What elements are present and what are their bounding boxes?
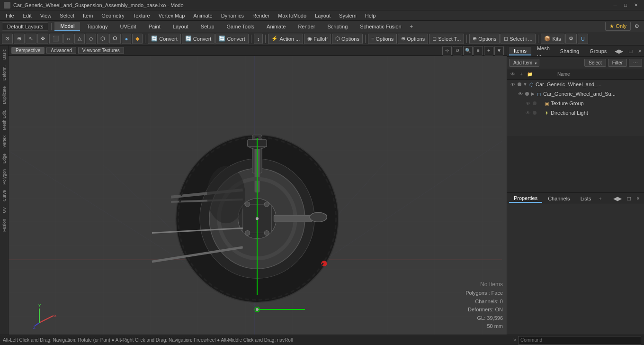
- panel-tab-shading[interactable]: Shading: [555, 47, 584, 55]
- menu-texture[interactable]: Texture: [129, 12, 154, 19]
- panel-collapse-button[interactable]: ◀▶: [612, 47, 626, 55]
- sidebar-tab-curve[interactable]: Curve: [1, 187, 8, 204]
- kits-button[interactable]: 📦 Kits: [541, 34, 564, 44]
- sidebar-tab-basic[interactable]: Basic: [1, 46, 8, 63]
- tab-paint[interactable]: Paint: [143, 22, 166, 31]
- props-add-tab-button[interactable]: +: [599, 196, 601, 201]
- panel-close-button[interactable]: ×: [636, 47, 644, 55]
- menu-item[interactable]: Item: [79, 12, 97, 19]
- u-icon-btn[interactable]: U: [578, 34, 588, 44]
- props-expand-button[interactable]: ◀▶: [611, 195, 624, 202]
- items-folder-icon[interactable]: 📁: [526, 71, 534, 78]
- items-add-icon[interactable]: +: [518, 71, 525, 78]
- tree-expand-root[interactable]: ▼: [522, 82, 528, 87]
- tab-animate[interactable]: Animate: [261, 22, 291, 31]
- tree-eye-texture[interactable]: 👁: [524, 100, 532, 107]
- tree-item-root[interactable]: 👁 ▼ ⬡ Car_Generic_Wheel_and_...: [507, 80, 644, 89]
- convert-button-2[interactable]: 🔄 Convert: [182, 34, 215, 44]
- tool-transform[interactable]: ↖: [26, 34, 36, 44]
- menu-file[interactable]: File: [2, 12, 18, 19]
- menu-dynamics[interactable]: Dynamics: [217, 12, 248, 19]
- select-t-button[interactable]: ◻ Select T...: [429, 34, 464, 44]
- tree-item-light[interactable]: 👁 ☀ Directional Light: [522, 108, 644, 118]
- minimize-button[interactable]: ─: [611, 1, 619, 9]
- tab-render[interactable]: Render: [292, 22, 321, 31]
- viewport-options-button[interactable]: ≡: [474, 46, 483, 55]
- menu-edit[interactable]: Edit: [19, 12, 36, 19]
- tool-loop[interactable]: ☊: [109, 34, 121, 44]
- settings-icon-btn[interactable]: ⚙: [565, 34, 577, 44]
- add-item-button[interactable]: Add Item: [509, 59, 539, 67]
- menu-render[interactable]: Render: [249, 12, 273, 19]
- sidebar-tab-mesh-edit[interactable]: Mesh Edit.: [1, 107, 8, 133]
- menu-help[interactable]: Help: [361, 12, 380, 19]
- props-close-button[interactable]: ×: [634, 195, 642, 202]
- filter-button[interactable]: Filter: [608, 59, 627, 67]
- items-eye-icon[interactable]: 👁: [509, 71, 517, 78]
- viewport-tab-textures[interactable]: Viewport Textures: [78, 47, 124, 54]
- tab-scripting[interactable]: Scripting: [322, 22, 354, 31]
- panel-tab-groups[interactable]: Groups: [585, 47, 611, 55]
- maximize-button[interactable]: □: [621, 1, 630, 9]
- tool-box[interactable]: ⬛: [49, 34, 63, 44]
- options-button-3[interactable]: ⊕ Options: [398, 34, 428, 44]
- tree-item-texture[interactable]: 👁 ▣ Texture Group: [522, 99, 644, 108]
- symmetry-button[interactable]: ↕: [254, 34, 263, 44]
- menu-select[interactable]: Select: [56, 12, 78, 19]
- command-input[interactable]: [518, 336, 641, 345]
- menu-layout[interactable]: Layout: [311, 12, 334, 19]
- sidebar-tab-polygon[interactable]: Polygon: [1, 166, 8, 188]
- viewport-fit-button[interactable]: ⊹: [442, 46, 452, 55]
- menu-geometry[interactable]: Geometry: [98, 12, 128, 19]
- menu-animate[interactable]: Animate: [189, 12, 216, 19]
- tree-eye-mesh[interactable]: 👁: [517, 90, 524, 98]
- select-button[interactable]: Select: [584, 59, 606, 67]
- tool-select-items[interactable]: ⊙: [2, 34, 13, 44]
- tool-diamond-fill[interactable]: ◆: [132, 34, 143, 44]
- tree-eye-root[interactable]: 👁: [509, 81, 517, 88]
- tree-item-mesh[interactable]: 👁 ▶ ◻ Car_Generic_Wheel_and_Su...: [515, 89, 644, 99]
- tree-eye-light[interactable]: 👁: [524, 109, 532, 117]
- action-button[interactable]: ⚡ Action ...: [268, 34, 303, 44]
- viewport-tab-advanced[interactable]: Advanced: [46, 47, 76, 54]
- viewport-add-button[interactable]: +: [484, 46, 493, 55]
- falloff-button[interactable]: ◉ Falloff: [304, 34, 331, 44]
- tool-circle-fill[interactable]: ●: [122, 34, 132, 44]
- convert-button-1[interactable]: 🔄 Convert: [148, 34, 181, 44]
- tool-move[interactable]: ✥: [37, 34, 48, 44]
- sidebar-tab-deform[interactable]: Deform.: [1, 63, 8, 83]
- default-layouts-button[interactable]: Default Layouts: [2, 22, 48, 31]
- tab-model[interactable]: Model: [54, 22, 80, 31]
- sidebar-tab-duplicate[interactable]: Duplicate: [1, 83, 8, 107]
- props-tab-channels[interactable]: Channels: [543, 195, 574, 202]
- layout-settings-button[interactable]: ⚙: [632, 22, 642, 30]
- tab-topology[interactable]: Topology: [81, 22, 113, 31]
- sidebar-tab-edge[interactable]: Edge: [1, 151, 8, 166]
- tool-sphere[interactable]: ○: [63, 34, 73, 44]
- viewport-expand-button[interactable]: ▼: [494, 46, 504, 55]
- items-more-button[interactable]: ⋯: [629, 59, 642, 67]
- options-button-1[interactable]: ⬡ Options: [332, 34, 363, 44]
- panel-tab-items[interactable]: Items: [509, 47, 531, 55]
- sidebar-tab-uv[interactable]: UV: [1, 204, 8, 216]
- options-button-4[interactable]: ⊕ Options: [469, 34, 500, 44]
- viewport-tab-perspective[interactable]: Perspective: [11, 47, 45, 54]
- titlebar-controls[interactable]: ─ □ ✕: [611, 1, 640, 9]
- tool-select-points[interactable]: ⊕: [14, 34, 25, 44]
- panel-maximize-button[interactable]: □: [626, 47, 635, 55]
- tab-game-tools[interactable]: Game Tools: [221, 22, 260, 31]
- close-button[interactable]: ✕: [632, 1, 640, 9]
- only-button[interactable]: ★ Only: [605, 22, 631, 31]
- tool-diamond[interactable]: ◇: [86, 34, 96, 44]
- tool-tris[interactable]: △: [74, 34, 85, 44]
- convert-button-3[interactable]: 🔄 Convert: [215, 34, 249, 44]
- sidebar-tab-vertex[interactable]: Vertex: [1, 133, 8, 151]
- tool-hex[interactable]: ⬡: [97, 34, 108, 44]
- add-tab-button[interactable]: +: [408, 23, 415, 30]
- props-maximize-button[interactable]: □: [625, 195, 633, 202]
- menu-maxtomode[interactable]: MaxToModo: [274, 12, 310, 19]
- tab-schematic-fusion[interactable]: Schematic Fusion: [354, 22, 407, 31]
- panel-tab-mesh[interactable]: Mesh ...: [532, 45, 555, 58]
- select-i-button[interactable]: ◻ Select i ...: [501, 34, 536, 44]
- props-tab-lists[interactable]: Lists: [576, 195, 596, 202]
